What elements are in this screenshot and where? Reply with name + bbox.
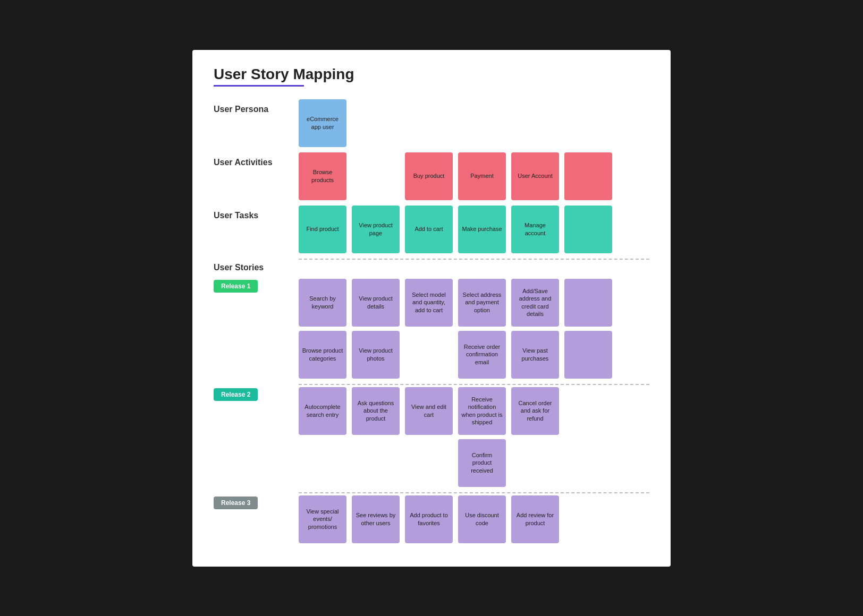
card-see-reviews[interactable]: See reviews by other users: [352, 495, 400, 543]
release-2-row-2: Confirm product received: [299, 439, 649, 487]
release-1-section: Release 1 Search by keyword View product…: [214, 279, 649, 379]
release-1-row-2: Browse product categories View product p…: [299, 331, 649, 379]
activities-section: User Activities Browse products Buy prod…: [214, 152, 649, 200]
card-add-to-cart[interactable]: Add to cart: [405, 206, 453, 253]
card-autocomplete[interactable]: Autocomplete search entry: [299, 387, 346, 435]
card-add-save-address[interactable]: Add/Save address and credit card details: [511, 279, 559, 327]
card-notification-shipped[interactable]: Receive notification when product is shi…: [458, 387, 506, 435]
card-ecommerce-user[interactable]: eCommerce app user: [299, 99, 346, 147]
tasks-section: User Tasks Find product View product pag…: [214, 206, 649, 253]
card-find-product[interactable]: Find product: [299, 206, 346, 253]
card-manage-account[interactable]: Manage account: [511, 206, 559, 253]
release-1-rows: Search by keyword View product details S…: [299, 279, 649, 379]
release-divider-line-2: [299, 384, 649, 385]
canvas: User Story Mapping User Persona eCommerc…: [192, 50, 671, 567]
release-3-col: Release 3: [214, 495, 299, 512]
card-payment[interactable]: Payment: [458, 152, 506, 200]
release-2-rows: Autocomplete search entry Ask questions …: [299, 387, 649, 487]
divider-stories: [214, 259, 649, 260]
card-order-confirmation[interactable]: Receive order confirmation email: [458, 331, 506, 379]
user-stories-label-col: User Stories: [214, 263, 299, 276]
card-cancel-order[interactable]: Cancel order and ask for refund: [511, 387, 559, 435]
user-stories-title: User Stories: [214, 263, 299, 272]
user-stories-header: User Stories: [214, 263, 649, 276]
card-make-purchase[interactable]: Make purchase: [458, 206, 506, 253]
card-select-address-payment[interactable]: Select address and payment option: [458, 279, 506, 327]
card-view-product-page[interactable]: View product page: [352, 206, 400, 253]
page-title: User Story Mapping: [214, 66, 649, 83]
spacer-r1-r2-3: [405, 331, 453, 379]
spacer-r2-r2-2: [352, 439, 400, 487]
divider-line-stories: [299, 259, 649, 260]
release-divider-line-3: [299, 492, 649, 493]
release-3-section: Release 3 View special events/ promotion…: [214, 495, 649, 543]
card-view-product-details[interactable]: View product details: [352, 279, 400, 327]
divider-release-3: [214, 492, 649, 493]
release-2-section: Release 2 Autocomplete search entry Ask …: [214, 387, 649, 487]
card-discount-code[interactable]: Use discount code: [458, 495, 506, 543]
tasks-label: User Tasks: [214, 206, 299, 220]
card-view-edit-cart[interactable]: View and edit cart: [405, 387, 453, 435]
release-3-rows: View special events/ promotions See revi…: [299, 495, 649, 543]
persona-label: User Persona: [214, 99, 299, 114]
tasks-cards: Find product View product page Add to ca…: [299, 206, 649, 253]
release-1-row-1: Search by keyword View product details S…: [299, 279, 649, 327]
release-2-col: Release 2: [214, 387, 299, 404]
card-r1-row1-6[interactable]: [564, 279, 612, 327]
release-1-col: Release 1: [214, 279, 299, 296]
title-underline: [214, 85, 304, 87]
release-2-row-1: Autocomplete search entry Ask questions …: [299, 387, 649, 435]
persona-section: User Persona eCommerce app user: [214, 99, 649, 147]
spacer-r2-r2-1: [299, 439, 346, 487]
card-browse-categories[interactable]: Browse product categories: [299, 331, 346, 379]
spacer-1: [352, 152, 400, 200]
divider-release-2: [214, 384, 649, 385]
release-2-badge[interactable]: Release 2: [214, 388, 258, 401]
activities-label: User Activities: [214, 152, 299, 167]
card-select-model[interactable]: Select model and quantity, add to cart: [405, 279, 453, 327]
card-user-account[interactable]: User Account: [511, 152, 559, 200]
card-browse-products[interactable]: Browse products: [299, 152, 346, 200]
persona-cards: eCommerce app user: [299, 99, 649, 147]
card-special-events[interactable]: View special events/ promotions: [299, 495, 346, 543]
card-add-review[interactable]: Add review for product: [511, 495, 559, 543]
release-1-badge[interactable]: Release 1: [214, 280, 258, 293]
card-ask-questions[interactable]: Ask questions about the product: [352, 387, 400, 435]
card-search-keyword[interactable]: Search by keyword: [299, 279, 346, 327]
card-activity-6[interactable]: [564, 152, 612, 200]
card-r1-row2-6[interactable]: [564, 331, 612, 379]
card-task-6[interactable]: [564, 206, 612, 253]
release-3-row-1: View special events/ promotions See revi…: [299, 495, 649, 543]
release-3-badge[interactable]: Release 3: [214, 497, 258, 509]
card-buy-product[interactable]: Buy product: [405, 152, 453, 200]
card-view-product-photos[interactable]: View product photos: [352, 331, 400, 379]
spacer-r2-r2-3: [405, 439, 453, 487]
card-add-favorites[interactable]: Add product to favorites: [405, 495, 453, 543]
card-view-past-purchases[interactable]: View past purchases: [511, 331, 559, 379]
activities-cards: Browse products Buy product Payment User…: [299, 152, 649, 200]
card-confirm-product[interactable]: Confirm product received: [458, 439, 506, 487]
